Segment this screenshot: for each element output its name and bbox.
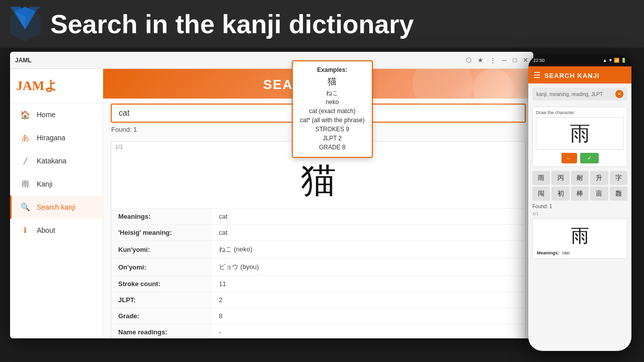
kanji-cell-9[interactable]: 廱 [610, 187, 627, 201]
detail-label-meanings: Meanings: [111, 209, 212, 225]
result-card: 1/1 猫 Meanings: cat 'Heisig' meaning: ca… [111, 141, 526, 338]
phone-clear-button[interactable]: ✕ [615, 90, 623, 98]
phone-draw-buttons: ← ✓ [536, 153, 624, 163]
sidebar-label-search-kanji: Search kanji [37, 203, 75, 211]
title-bar-icons: ⬡ ★ ⋮ ─ □ ✕ [466, 56, 528, 64]
tooltip-line-4: STROKES 9 [300, 125, 365, 134]
katakana-icon: ╱ [20, 155, 31, 166]
detail-value-onyomi: ビョウ (byou) [212, 258, 525, 276]
phone-result-area: 雨 Meanings: rain [528, 217, 631, 351]
detail-value-stroke: 11 [212, 276, 525, 292]
detail-label-heisig: 'Heisig' meaning: [111, 225, 212, 241]
deco-circle-1 [473, 69, 513, 109]
tooltip-line-2: cat (exact match) [300, 107, 365, 116]
phone-confirm-button[interactable]: ✓ [580, 153, 599, 163]
sidebar-item-home[interactable]: 🏠 Home [10, 103, 103, 126]
hiragana-icon: あ [20, 132, 31, 143]
phone-meanings-value: rain [562, 250, 570, 255]
phone-draw-box[interactable]: 雨 [536, 117, 624, 150]
detail-label-onyomi: On'yomi: [111, 258, 212, 276]
phone-search-input[interactable]: kanji, meaning, reading, JLPT ✕ [532, 87, 627, 101]
tooltip-line-6: GRADE 8 [300, 143, 365, 152]
tooltip-line-0: ねこ [300, 88, 365, 98]
result-area[interactable]: 1/1 猫 Meanings: cat 'Heisig' meaning: ca… [103, 136, 533, 338]
tooltip-line-1: neko [300, 98, 365, 107]
table-row: JLPT: 2 [111, 292, 525, 308]
table-row: Grade: 8 [111, 308, 525, 324]
phone-result-num: 1/1 [528, 210, 631, 217]
table-row: On'yomi: ビョウ (byou) [111, 258, 525, 276]
detail-value-jlpt: 2 [212, 292, 525, 308]
phone-found-label: Found: 1 [528, 203, 631, 210]
tooltip-popup: Examples: 猫 ねこ neko cat (exact match) ca… [292, 60, 373, 158]
sidebar-item-hiragana[interactable]: あ Hiragana [10, 126, 103, 149]
share-icon[interactable]: ⬡ [466, 56, 471, 64]
app-window: JAML ⬡ ★ ⋮ ─ □ ✕ JAMよ 🏠 Home あ Hiragana [10, 52, 533, 338]
kanji-cell-5[interactable]: 闯 [532, 187, 550, 201]
phone-back-button[interactable]: ← [561, 153, 577, 163]
phone-kanji-grid: 雨 丙 耐 升 字 闯 初 棒 亩 廱 [528, 169, 631, 203]
kanji-cell-0[interactable]: 雨 [532, 171, 550, 185]
sidebar-label-hiragana: Hiragana [37, 134, 65, 142]
tooltip-line-3: cat* (all with the phrase) [300, 116, 365, 125]
detail-label-jlpt: JLPT: [111, 292, 212, 308]
kanji-cell-7[interactable]: 棒 [571, 187, 589, 201]
phone-status-bar: 22:50 ▲ ▼ 📶 🔋 [528, 54, 631, 66]
kanji-cell-6[interactable]: 初 [551, 187, 569, 201]
table-row: Meanings: cat [111, 209, 525, 225]
title-bar: JAML ⬡ ★ ⋮ ─ □ ✕ [10, 52, 533, 69]
detail-label-grade: Grade: [111, 308, 212, 324]
detail-label-name: Name readings: [111, 324, 212, 339]
sidebar-item-kanji[interactable]: 雨 Kanji [10, 172, 103, 196]
phone-drawn-kanji: 雨 [570, 120, 590, 147]
header-banner: Search in the kanji dictionary [0, 0, 644, 48]
phone-meanings-label: Meanings: [537, 250, 559, 255]
phone-draw-label: Draw the character: [536, 110, 624, 115]
close-icon[interactable]: ✕ [523, 56, 528, 64]
minimize-icon[interactable]: ─ [502, 56, 507, 64]
sidebar: JAMよ 🏠 Home あ Hiragana ╱ Katakana 雨 Kanj… [10, 69, 103, 338]
vuetify-logo-icon [10, 7, 40, 42]
phone-header-title: SEARCH KANJI [544, 72, 600, 79]
kanji-cell-4[interactable]: 字 [610, 171, 627, 185]
tooltip-line-5: JLPT 2 [300, 134, 365, 143]
phone-result-card: 雨 Meanings: rain [532, 218, 627, 259]
kanji-cell-3[interactable]: 升 [590, 171, 608, 185]
table-row: 'Heisig' meaning: cat [111, 225, 525, 241]
maximize-icon[interactable]: □ [513, 56, 517, 64]
table-row: Name readings: - [111, 324, 525, 339]
sidebar-item-katakana[interactable]: ╱ Katakana [10, 149, 103, 172]
tooltip-title: Examples: [300, 66, 365, 73]
page-title: Search in the kanji dictionary [50, 11, 414, 37]
sidebar-item-search-kanji[interactable]: 🔍 Search kanji [10, 196, 103, 219]
mobile-phone: 22:50 ▲ ▼ 📶 🔋 ☰ SEARCH KANJI kanji, mean… [528, 54, 631, 351]
phone-time: 22:50 [533, 58, 545, 63]
sidebar-logo: JAMよ [10, 69, 103, 103]
star-icon[interactable]: ★ [477, 56, 484, 64]
phone-meanings-row: Meanings: rain [537, 249, 623, 256]
phone-menu-icon[interactable]: ☰ [533, 71, 540, 79]
detail-label-stroke: Stroke count: [111, 276, 212, 292]
phone-result-kanji: 雨 [537, 221, 623, 249]
kanji-cell-2[interactable]: 耐 [571, 171, 589, 185]
detail-value-grade: 8 [212, 308, 525, 324]
kanji-icon: 雨 [20, 178, 31, 190]
kanji-cell-8[interactable]: 亩 [590, 187, 608, 201]
home-icon: 🏠 [20, 109, 31, 120]
detail-value-name: - [212, 324, 525, 339]
search-icon: 🔍 [20, 202, 31, 213]
sidebar-item-about[interactable]: ℹ About [10, 219, 103, 242]
phone-draw-area: Draw the character: 雨 ← ✓ [532, 107, 627, 167]
detail-value-heisig: cat [212, 225, 525, 241]
table-row: Kun'yomi: ねこ (neko) [111, 241, 525, 258]
phone-header: ☰ SEARCH KANJI [528, 66, 631, 83]
phone-status-icons: ▲ ▼ 📶 🔋 [603, 58, 626, 63]
more-icon[interactable]: ⋮ [490, 56, 496, 64]
kanji-cell-1[interactable]: 丙 [551, 171, 569, 185]
detail-value-kunyomi: ねこ (neko) [212, 241, 525, 258]
sidebar-label-kanji: Kanji [37, 180, 52, 188]
kanji-display: 猫 [111, 152, 525, 208]
phone-search-area: kanji, meaning, reading, JLPT ✕ [528, 83, 631, 105]
detail-table: Meanings: cat 'Heisig' meaning: cat Kun'… [111, 208, 525, 338]
detail-value-meanings: cat [212, 209, 525, 225]
